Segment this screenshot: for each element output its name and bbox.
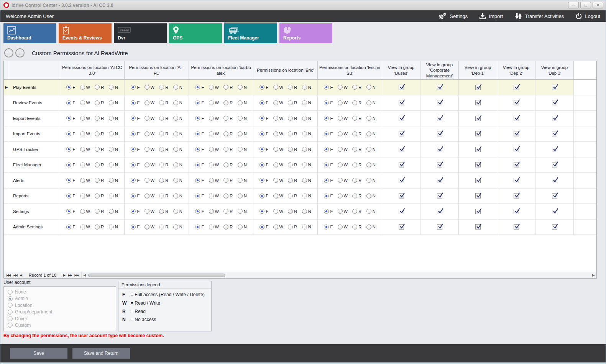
- header-group-column[interactable]: View in group 'Dep 3': [535, 61, 574, 79]
- radio-f[interactable]: [259, 209, 264, 214]
- radio-r[interactable]: [352, 131, 357, 136]
- radio-f[interactable]: [195, 193, 200, 198]
- permission-option-n[interactable]: N: [238, 100, 247, 105]
- permission-option-f[interactable]: F: [195, 147, 204, 152]
- radio-w[interactable]: [209, 147, 214, 152]
- permission-option-f[interactable]: F: [259, 147, 268, 152]
- radio-w[interactable]: [145, 147, 149, 152]
- header-group-column[interactable]: View in group 'Dep 2': [497, 61, 535, 79]
- permission-option-f[interactable]: F: [131, 116, 140, 121]
- radio-f[interactable]: [131, 193, 136, 198]
- radio-f[interactable]: [66, 100, 71, 105]
- radio-w[interactable]: [273, 209, 278, 214]
- permission-option-f[interactable]: F: [66, 131, 75, 136]
- radio-w[interactable]: [273, 147, 278, 152]
- permission-option-f[interactable]: F: [324, 100, 333, 105]
- group-checkbox[interactable]: [552, 209, 557, 214]
- radio-r[interactable]: [223, 162, 228, 167]
- radio-n[interactable]: [238, 100, 243, 105]
- next-record-icon[interactable]: ▶: [63, 274, 65, 277]
- permission-option-n[interactable]: N: [238, 131, 247, 136]
- permission-option-n[interactable]: N: [302, 100, 311, 105]
- permission-option-w[interactable]: W: [273, 116, 283, 121]
- permission-option-r[interactable]: R: [95, 209, 104, 214]
- save-button[interactable]: Save: [10, 348, 67, 359]
- permission-option-f[interactable]: F: [324, 85, 333, 90]
- radio-r[interactable]: [288, 85, 293, 90]
- permission-option-n[interactable]: N: [238, 209, 247, 214]
- permission-option-f[interactable]: F: [259, 85, 268, 90]
- permission-option-f[interactable]: F: [131, 178, 140, 183]
- permission-option-f[interactable]: F: [195, 225, 204, 230]
- account-radio[interactable]: [8, 296, 13, 301]
- radio-w[interactable]: [338, 162, 343, 167]
- permission-option-n[interactable]: N: [302, 162, 311, 167]
- radio-f[interactable]: [131, 100, 136, 105]
- permission-option-w[interactable]: W: [273, 85, 283, 90]
- radio-r[interactable]: [95, 147, 100, 152]
- tab-events-reviews[interactable]: Events & Reviews: [59, 23, 112, 43]
- group-checkbox[interactable]: [399, 193, 404, 198]
- permission-option-r[interactable]: R: [223, 193, 233, 198]
- permission-option-n[interactable]: N: [302, 116, 311, 121]
- header-group-column[interactable]: View in group 'Dep 1': [459, 61, 497, 79]
- permission-option-r[interactable]: R: [288, 131, 297, 136]
- radio-f[interactable]: [195, 147, 200, 152]
- topbar-action-transfer-activities[interactable]: Transfer Activities: [514, 12, 564, 20]
- permission-option-w[interactable]: W: [338, 147, 348, 152]
- permission-option-n[interactable]: N: [109, 225, 118, 230]
- table-row[interactable]: ReportsFWRNFWRNFWRNFWRNFWRN: [4, 189, 596, 204]
- radio-r[interactable]: [288, 225, 293, 230]
- radio-w[interactable]: [338, 209, 343, 214]
- permission-option-f[interactable]: F: [195, 193, 204, 198]
- permission-option-w[interactable]: W: [80, 193, 90, 198]
- permission-option-f[interactable]: F: [259, 225, 268, 230]
- group-checkbox[interactable]: [514, 131, 519, 136]
- table-row[interactable]: Fleet ManagerFWRNFWRNFWRNFWRNFWRN: [4, 157, 596, 173]
- permission-option-r[interactable]: R: [223, 85, 233, 90]
- permission-option-n[interactable]: N: [366, 131, 376, 136]
- radio-w[interactable]: [338, 193, 343, 198]
- radio-n[interactable]: [173, 131, 178, 136]
- group-checkbox[interactable]: [552, 224, 557, 230]
- permission-option-n[interactable]: N: [366, 85, 376, 90]
- radio-f[interactable]: [66, 178, 71, 183]
- permission-option-w[interactable]: W: [209, 162, 219, 167]
- first-record-icon[interactable]: |◀◀: [6, 274, 10, 277]
- radio-w[interactable]: [80, 147, 85, 152]
- radio-r[interactable]: [159, 178, 164, 183]
- group-checkbox[interactable]: [399, 162, 404, 167]
- group-checkbox[interactable]: [475, 224, 481, 230]
- radio-f[interactable]: [66, 193, 71, 198]
- radio-w[interactable]: [209, 225, 214, 230]
- permission-option-w[interactable]: W: [209, 131, 219, 136]
- permission-option-w[interactable]: W: [145, 193, 154, 198]
- back-button[interactable]: ←: [4, 48, 13, 57]
- permission-option-n[interactable]: N: [238, 147, 247, 152]
- radio-w[interactable]: [145, 162, 149, 167]
- radio-w[interactable]: [338, 85, 343, 90]
- group-checkbox[interactable]: [437, 178, 442, 183]
- permission-option-f[interactable]: F: [66, 225, 75, 230]
- permission-option-n[interactable]: N: [238, 85, 247, 90]
- radio-r[interactable]: [223, 209, 228, 214]
- group-checkbox[interactable]: [437, 162, 442, 167]
- radio-f[interactable]: [195, 116, 200, 121]
- group-checkbox[interactable]: [552, 147, 557, 152]
- radio-f[interactable]: [66, 85, 71, 90]
- radio-f[interactable]: [66, 209, 71, 214]
- radio-w[interactable]: [80, 162, 85, 167]
- topbar-action-import[interactable]: Import: [479, 13, 503, 20]
- permission-option-w[interactable]: W: [80, 100, 90, 105]
- permission-option-r[interactable]: R: [223, 147, 233, 152]
- radio-n[interactable]: [109, 162, 114, 167]
- permission-option-n[interactable]: N: [366, 162, 376, 167]
- permission-option-w[interactable]: W: [145, 131, 154, 136]
- group-checkbox[interactable]: [475, 193, 481, 198]
- radio-f[interactable]: [259, 225, 264, 230]
- permission-option-r[interactable]: R: [288, 225, 297, 230]
- radio-f[interactable]: [131, 162, 136, 167]
- radio-n[interactable]: [109, 178, 114, 183]
- radio-n[interactable]: [173, 225, 178, 230]
- radio-w[interactable]: [80, 100, 85, 105]
